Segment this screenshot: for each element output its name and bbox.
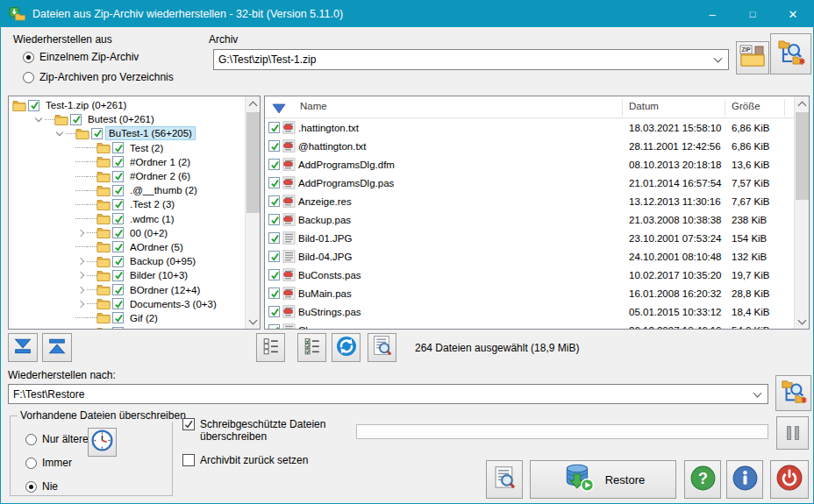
tree-item[interactable]: .wdmc (1)	[9, 212, 245, 226]
file-row[interactable]: Bild-04.JPG 24.10.2001 08:10:48 132 KiB	[265, 247, 794, 266]
column-header-name[interactable]: Name	[300, 101, 327, 111]
file-checkbox[interactable]	[268, 159, 280, 170]
tree-checkbox[interactable]	[28, 100, 39, 111]
radio-icon[interactable]	[23, 52, 34, 63]
column-header-size[interactable]: Größe	[732, 101, 760, 111]
tree-expander-icon[interactable]	[33, 114, 45, 125]
radio-option[interactable]: Zip-Archiven pro Verzeichnis	[23, 71, 174, 83]
check-all-down-button[interactable]	[8, 333, 38, 362]
preview-restore-button[interactable]	[486, 460, 523, 499]
tree-item[interactable]: AOrdner (5)	[9, 240, 245, 254]
tree-item[interactable]: Gif (2)	[9, 311, 245, 325]
tree-item[interactable]: .@__thumb (2)	[9, 183, 245, 197]
file-scroll-thumb[interactable]	[796, 112, 809, 200]
tree-expander-icon[interactable]	[75, 327, 87, 329]
tree-item[interactable]: #Ordner 1 (2)	[9, 155, 245, 169]
tree-checkbox[interactable]	[112, 171, 124, 182]
tree-checkbox[interactable]	[91, 128, 103, 139]
file-row[interactable]: AddProgramsDlg.pas 21.01.2014 16:57:54 7…	[265, 174, 794, 192]
file-checkbox[interactable]	[268, 251, 280, 262]
tree-expander-icon[interactable]	[54, 128, 66, 139]
file-row[interactable]: Classes.pas 26.12.2007 13:46:10 54,0 KiB	[265, 321, 794, 329]
radio-option[interactable]: Nie	[25, 480, 89, 493]
folder-tree[interactable]: Test-1.zip (0+261) Butest (0+261) BuTest…	[8, 96, 261, 330]
tree-item[interactable]: Test-1.zip (0+261)	[9, 98, 245, 112]
file-row[interactable]: Backup.pas 21.03.2008 10:38:38 238 KiB	[265, 210, 794, 229]
file-row[interactable]: BuMain.pas 16.01.2008 16:20:32 28,8 KiB	[265, 284, 794, 302]
file-list-header[interactable]: Name Datum Größe	[265, 96, 794, 118]
file-row[interactable]: Bild-01.JPG 23.10.2001 07:53:24 154 KiB	[265, 229, 794, 247]
tree-checkbox[interactable]	[112, 185, 124, 196]
preview-list-button[interactable]	[368, 333, 396, 362]
open-zip-button[interactable]: ZIP	[736, 41, 769, 75]
file-checkbox[interactable]	[268, 122, 280, 133]
file-checkbox[interactable]	[268, 140, 280, 152]
column-header-date[interactable]: Datum	[629, 101, 659, 111]
restore-button[interactable]: Restore	[530, 460, 676, 499]
tree-item[interactable]: BuTest-1 (56+205)	[9, 126, 245, 140]
checkbox-option[interactable]: Schreibgeschützte Dateien überschreiben	[182, 418, 349, 443]
help-button[interactable]: ?	[684, 460, 721, 499]
tree-expander-icon[interactable]	[75, 256, 87, 267]
scroll-down-icon[interactable]	[246, 314, 261, 329]
scroll-down-icon[interactable]	[795, 314, 810, 329]
file-row[interactable]: AddProgramsDlg.dfm 08.10.2013 20:18:18 1…	[265, 155, 794, 174]
tree-checkbox[interactable]	[112, 312, 124, 323]
refresh-button[interactable]	[332, 333, 361, 362]
tree-expander-icon[interactable]	[75, 227, 87, 238]
radio-option[interactable]: Immer	[25, 457, 89, 469]
chevron-down-icon[interactable]	[753, 388, 762, 397]
tree-expander-icon[interactable]	[75, 270, 87, 281]
tree-checkbox[interactable]	[112, 284, 124, 295]
radio-option[interactable]: Einzelnem Zip-Archiv	[23, 51, 174, 63]
checkbox-icon[interactable]	[182, 454, 195, 466]
radio-icon[interactable]	[25, 458, 37, 469]
tree-checkbox[interactable]	[112, 142, 124, 153]
browse-restore-folder-button[interactable]	[775, 375, 811, 411]
file-row[interactable]: Anzeige.res 13.12.2013 11:30:16 7,67 KiB	[265, 192, 794, 210]
tree-item[interactable]: Documents-3 (0+3)	[9, 297, 245, 311]
close-button[interactable]: ✕	[773, 1, 813, 27]
file-checkbox[interactable]	[268, 324, 280, 329]
file-checkbox[interactable]	[268, 195, 280, 207]
file-checkbox[interactable]	[268, 287, 280, 299]
file-scrollbar[interactable]	[794, 96, 809, 329]
tree-expander-icon[interactable]	[75, 298, 87, 309]
tree-expander-icon[interactable]	[75, 156, 87, 167]
scroll-up-icon[interactable]	[795, 96, 810, 111]
maximize-button[interactable]: □	[732, 1, 773, 27]
tree-expander-icon[interactable]	[75, 142, 87, 153]
tree-checkbox[interactable]	[112, 241, 124, 252]
checkbox-option[interactable]: Archivbit zurück setzen	[182, 454, 349, 466]
minimize-button[interactable]: –	[692, 1, 732, 27]
file-checkbox[interactable]	[268, 177, 280, 188]
tree-expander-icon[interactable]	[75, 312, 87, 323]
restore-to-combobox[interactable]: F:\Test\Restore	[8, 384, 768, 404]
info-button[interactable]	[726, 460, 763, 499]
tree-expander-icon[interactable]	[75, 171, 87, 182]
tree-checkbox[interactable]	[112, 156, 124, 167]
radio-option[interactable]: Nur ältere	[25, 433, 89, 445]
radio-icon[interactable]	[23, 72, 34, 83]
radio-icon[interactable]	[25, 481, 37, 493]
check-all-up-button[interactable]	[42, 333, 72, 362]
file-row[interactable]: BuStrings.pas 05.01.2015 10:33:12 18,4 K…	[265, 302, 794, 321]
tree-checkbox[interactable]	[112, 213, 124, 224]
file-checkbox[interactable]	[268, 214, 280, 225]
file-checkbox[interactable]	[268, 232, 280, 244]
time-tolerance-button[interactable]	[88, 428, 117, 457]
select-archive-tree-button[interactable]	[770, 33, 811, 75]
tree-expander-icon[interactable]	[75, 213, 87, 224]
tree-item[interactable]: #Ordner 2 (6)	[9, 169, 245, 183]
tree-item[interactable]: Test (2)	[9, 141, 245, 155]
sort-direction-icon[interactable]	[272, 102, 286, 117]
tree-expander-icon[interactable]	[75, 199, 87, 210]
tree-checkbox[interactable]	[112, 227, 124, 238]
radio-icon[interactable]	[25, 434, 37, 445]
tree-item[interactable]: .Test 2 (3)	[9, 197, 245, 211]
tree-expander-icon[interactable]	[75, 241, 87, 252]
tree-checkbox[interactable]	[70, 114, 82, 125]
file-row[interactable]: .hattington.txt 18.03.2021 15:58:10 6,86…	[265, 118, 794, 137]
pause-button[interactable]	[776, 416, 809, 450]
tree-expander-icon[interactable]	[75, 185, 87, 196]
